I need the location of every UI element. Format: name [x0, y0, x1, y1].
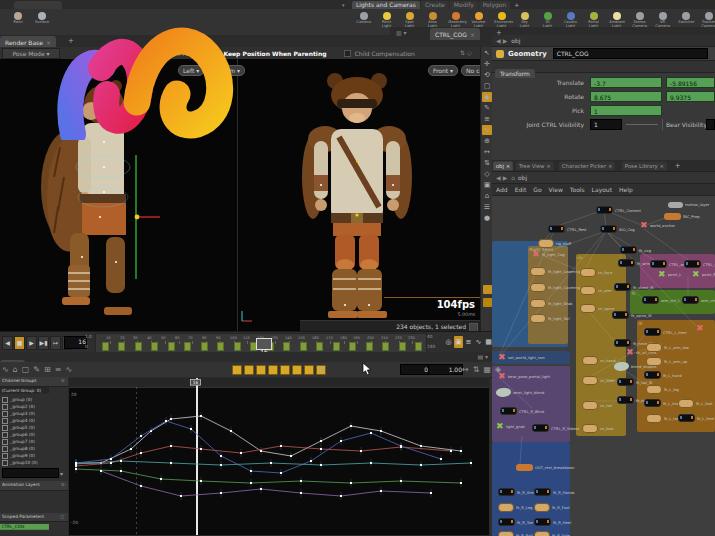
network-node[interactable]: CTRL_Rest — [548, 225, 598, 233]
anim-value2-field[interactable]: 1.00 — [428, 364, 463, 375]
playbar-icon[interactable]: ▦ — [484, 336, 493, 348]
network-node[interactable]: OUT_rest_breakdown — [516, 464, 598, 471]
network-node[interactable]: fk_light_Tail — [530, 314, 583, 323]
gear-icon[interactable]: ⊙ — [61, 482, 65, 487]
anim-view-icon[interactable]: ↔ — [462, 365, 469, 374]
channel-group-row[interactable]: _group9 (0) — [0, 452, 68, 459]
magnifier-icon[interactable]: ◎ — [318, 364, 325, 373]
shelf-tab-modify[interactable]: Modify — [450, 1, 478, 9]
keyframe-block[interactable] — [399, 342, 406, 351]
keyframe-block[interactable] — [382, 342, 389, 351]
playbar-icon[interactable]: ≡ — [464, 336, 473, 348]
network-node[interactable]: CTRL_Context — [596, 206, 657, 214]
channel-group-row[interactable]: _group7 (0) — [0, 438, 68, 445]
menu-add[interactable]: Add — [496, 186, 508, 193]
viewport-tool-icon[interactable]: ⊕ — [482, 136, 492, 146]
network-node[interactable]: ✖point_L — [658, 270, 689, 279]
network-node[interactable]: fk_L_arm_up — [646, 357, 701, 366]
mode-dropdown[interactable]: Pose Mode ▾ — [2, 48, 60, 59]
menu-go[interactable]: Go — [533, 186, 541, 193]
keyframe-block[interactable] — [366, 342, 373, 351]
current-group-row[interactable]: (Current Group: 0) — [0, 387, 49, 393]
param-vis-field[interactable]: 1 — [590, 119, 622, 130]
network-tab-pose-library[interactable]: Pose Library × — [622, 161, 667, 170]
nav-back-icon[interactable]: ◀ — [496, 174, 501, 181]
shelf-menu-arrow[interactable]: ▾ — [342, 2, 345, 8]
menu-layout[interactable]: Layout — [592, 186, 612, 193]
network-node[interactable]: wrist_light_blend — [496, 388, 564, 397]
set-key-button[interactable] — [292, 365, 302, 375]
viewport-tool-icon[interactable]: ⟲ — [482, 70, 492, 80]
network-node[interactable]: fk_spine_IK — [612, 311, 664, 319]
network-node[interactable]: fk_R_Foot — [534, 503, 581, 512]
channel-group-row[interactable]: _group3 (0) — [0, 410, 68, 417]
nav-back-icon[interactable]: ◀ — [496, 37, 501, 44]
menu-tools[interactable]: Tools — [570, 186, 585, 193]
chevron-down-icon[interactable]: ▾ — [60, 470, 63, 477]
viewport-tool-icon[interactable]: ∿ — [482, 125, 492, 135]
transport-button[interactable]: ■ — [14, 336, 25, 350]
network-node[interactable]: fk_R_Sole — [534, 531, 581, 536]
param-field[interactable]: -5.89156 — [666, 77, 715, 88]
network-node[interactable]: ✖point_R — [692, 270, 715, 279]
shelf-tab-create[interactable]: Create — [421, 1, 449, 9]
network-node[interactable]: INC_Prep — [664, 213, 710, 220]
network-node[interactable]: fk_light_Grab — [530, 299, 588, 308]
network-node[interactable]: fk_L_leg — [646, 385, 688, 394]
param-bear-vis-field[interactable] — [706, 119, 715, 130]
channel-group-row[interactable]: _group8 (0) — [0, 445, 68, 452]
viewport-tool-icon[interactable]: ↔ — [482, 147, 492, 157]
network-node[interactable]: ✖world_anchor — [640, 221, 690, 230]
network-node[interactable]: fk_R_Hands — [534, 488, 588, 496]
network-node[interactable]: ✖fk_light_Cog — [532, 250, 578, 259]
group-name-field[interactable] — [2, 468, 59, 478]
network-path[interactable]: obj — [518, 174, 527, 181]
anim-view-icon[interactable]: ▦ — [483, 365, 491, 374]
keyframe-block[interactable] — [102, 342, 109, 351]
param-field[interactable]: 8.675 — [590, 91, 662, 102]
menu-edit[interactable]: Edit — [515, 186, 527, 193]
network-node[interactable]: cn_face — [580, 268, 621, 277]
gear-icon[interactable]: ⊙ — [61, 378, 65, 383]
param-vis-slider[interactable] — [626, 124, 658, 125]
network-node[interactable]: fk_R_Heel — [534, 518, 582, 526]
params-pane-tab[interactable]: CTRL_COG × — [430, 28, 480, 40]
keyframe-block[interactable] — [333, 342, 340, 351]
keyframe-block[interactable] — [151, 342, 158, 351]
key-toggle-icon[interactable] — [483, 298, 492, 307]
anim-tool-icon[interactable]: ≡ — [55, 365, 62, 374]
playbar-icon[interactable]: ◎ — [444, 336, 453, 348]
character-front-view[interactable] — [285, 65, 430, 327]
node-path[interactable]: obj — [511, 37, 520, 44]
set-key-button[interactable] — [244, 365, 254, 375]
network-tab-obj[interactable]: obj × — [493, 161, 513, 170]
network-canvas[interactable]: Right ItemscnfkIKCTRL_ContextCTRL_RestAI… — [492, 196, 715, 536]
anim-view-icon[interactable]: ⇅ — [473, 365, 480, 374]
anim-tool-icon[interactable]: ⊞ — [44, 365, 51, 374]
set-key-button[interactable] — [232, 365, 242, 375]
keyframe-block[interactable] — [316, 342, 323, 351]
network-node[interactable]: motion_layer — [668, 201, 715, 208]
shelf-tool-camera[interactable]: Camera — [352, 10, 375, 34]
network-node[interactable]: arm_ctrl_R — [682, 296, 715, 304]
pane-split-icon[interactable]: ▥ ▾ — [396, 29, 407, 36]
viewport-tool-icon[interactable]: ▢ — [482, 81, 492, 91]
keyframe-block[interactable] — [118, 342, 125, 351]
channel-group-row[interactable]: _group6 (0) — [0, 431, 68, 438]
viewport-tool-icon[interactable]: ↖ — [482, 48, 492, 58]
checkbox[interactable] — [344, 50, 351, 57]
menu-view[interactable]: View — [549, 186, 563, 193]
set-key-button[interactable] — [280, 365, 290, 375]
channel-group-row[interactable]: _group4 (0) — [0, 417, 68, 424]
set-key-button[interactable] — [268, 365, 278, 375]
network-node[interactable]: AIO_Cog — [600, 225, 644, 233]
network-node[interactable]: fk_chest_IK — [614, 283, 667, 291]
network-tab-tree-view[interactable]: Tree View × — [516, 161, 553, 170]
param-field[interactable]: 1 — [590, 105, 662, 116]
status-expand-button[interactable] — [469, 323, 478, 331]
scoped-parameter-item[interactable]: CTRL_COG — [0, 524, 49, 530]
opbar-end-icons[interactable]: ⇅ ◇ — [460, 49, 472, 56]
network-node[interactable]: fk_L_arm_low — [646, 343, 704, 352]
channel-group-row[interactable]: _group (0) — [0, 396, 68, 403]
network-node[interactable]: fk_L_heel — [678, 414, 715, 422]
